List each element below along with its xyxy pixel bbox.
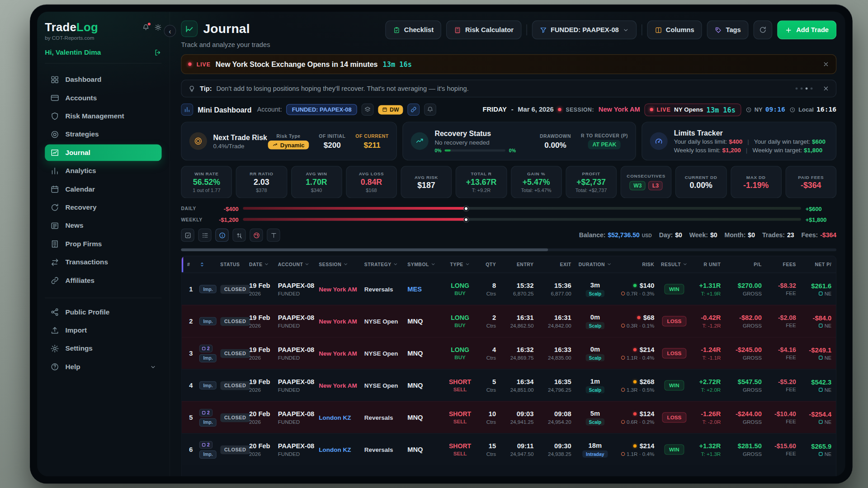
daily-limits-line: Your daily loss limit: $400 | Your daily…	[674, 138, 826, 145]
table-row[interactable]: 4 Imp. CLOSED 19 Feb2026 PAAPEX-08FUNDED…	[182, 369, 836, 401]
risk-dot	[633, 284, 637, 287]
sidebar-collapse-button[interactable]: ‹	[164, 25, 176, 37]
sidebar-item[interactable]: Strategies	[45, 126, 161, 143]
column-header-r-unit[interactable]: R UNIT	[690, 262, 725, 267]
list-view-icon[interactable]	[198, 229, 211, 242]
desktop-background: TradeLog by COT-Reports.com Hi, Valentin…	[0, 0, 868, 488]
table-row[interactable]: 6 2 Imp. CLOSED 20 Feb2026 PAAPEX-08FUND…	[182, 433, 836, 465]
sidebar-item[interactable]: Prop Firms	[45, 236, 161, 253]
table-horizontal-scrollbar[interactable]	[181, 249, 836, 251]
sidebar-item[interactable]: Import	[45, 322, 161, 339]
column-header-account[interactable]: ACCOUNT	[276, 262, 317, 267]
net-icon	[819, 388, 823, 392]
column-header-net-pl[interactable]: NET P/	[801, 262, 836, 267]
risk-type-badge[interactable]: Dynamic	[268, 140, 309, 149]
import-count-badge: 2	[199, 408, 212, 416]
table-row[interactable]: 2 Imp. CLOSED 19 Feb2026 PAAPEX-08FUNDED…	[182, 305, 836, 337]
close-icon[interactable]	[823, 61, 830, 68]
checklist-button[interactable]: Checklist	[385, 20, 441, 39]
column-header-session[interactable]: SESSION	[316, 262, 362, 267]
column-header-pl[interactable]: P/L	[725, 262, 766, 267]
sidebar-item[interactable]: Affiliates	[45, 272, 161, 289]
table-row[interactable]: 1 Imp. CLOSED 19 Feb2026 PAAPEX-08FUNDED…	[182, 273, 836, 305]
risk-clock-icon	[621, 324, 625, 328]
stat-card: WIN RATE 56.52% 1 out of 1.77	[181, 166, 232, 198]
notifications-bell-icon[interactable]	[142, 23, 150, 31]
summary-item: Fees: -$364	[801, 232, 836, 239]
tip-pagination-dots[interactable]	[796, 87, 813, 89]
sidebar-item-icon	[50, 185, 59, 194]
session-name: New York AM	[599, 106, 640, 113]
mini-dashboard-title: Mini Dashboard	[198, 105, 251, 113]
table-row[interactable]: 3 2 Imp. CLOSED 19 Feb2026 PAAPEX-08FUND…	[182, 337, 836, 369]
info-icon[interactable]	[215, 229, 228, 242]
duration-badge: Scalp	[585, 290, 604, 297]
risk-dot	[633, 444, 637, 447]
alerts-bell-icon[interactable]	[424, 103, 436, 116]
sidebar-item[interactable]: Transactions	[45, 254, 161, 271]
column-header-sort-all[interactable]	[197, 262, 218, 267]
integrations-icon[interactable]	[407, 103, 420, 116]
column-header-number[interactable]: #	[182, 262, 197, 267]
column-header-risk[interactable]: RISK	[614, 262, 659, 267]
imported-badge: Imp.	[199, 285, 217, 293]
columns-button[interactable]: Columns	[647, 20, 702, 39]
column-header-date[interactable]: DATE	[247, 262, 276, 267]
layers-icon[interactable]	[362, 103, 374, 116]
sort-icon[interactable]	[232, 229, 245, 242]
sidebar-item[interactable]: Risk Management	[45, 108, 161, 125]
trending-up-icon	[411, 132, 429, 150]
column-header-duration[interactable]: DURATION	[576, 262, 614, 267]
column-header-symbol[interactable]: SYMBOL	[405, 262, 444, 267]
live-countdown: 13m 16s	[382, 60, 412, 68]
add-trade-button[interactable]: Add Trade	[778, 20, 837, 39]
column-header-qty[interactable]: QTY	[476, 262, 500, 267]
palette-icon[interactable]	[250, 229, 263, 242]
account-badge[interactable]: FUNDED: PAAPEX-08	[286, 104, 357, 115]
sidebar-item[interactable]: Journal	[45, 145, 161, 161]
column-header-entry[interactable]: ENTRY	[500, 262, 538, 267]
consecutive-losses-badge: L3	[648, 181, 662, 190]
recovery-progress: 0% 0%	[434, 147, 516, 153]
tags-button[interactable]: Tags	[707, 20, 749, 39]
column-header-status[interactable]: STATUS	[218, 262, 247, 267]
column-header-type[interactable]: TYPE	[444, 262, 476, 267]
sidebar-item[interactable]: Dashboard	[45, 71, 161, 88]
sidebar-item-label: Help	[65, 363, 80, 371]
scrollbar-thumb[interactable]	[181, 249, 548, 251]
sidebar-item[interactable]: Recovery	[45, 199, 161, 216]
sidebar-item[interactable]: Accounts	[45, 89, 161, 106]
sidebar-nav: Dashboard Accounts Risk Management Strat…	[45, 71, 161, 289]
table-row[interactable]: 5 2 Imp. CLOSED 20 Feb2026 PAAPEX-08FUND…	[182, 401, 836, 433]
ny-clock: NY 09:16	[745, 106, 785, 113]
sidebar-item-icon	[50, 258, 59, 267]
column-header-exit[interactable]: EXIT	[538, 262, 576, 267]
dw-calendar-badge[interactable]: DW	[378, 105, 403, 114]
logout-icon[interactable]	[154, 49, 161, 56]
table-body: 1 Imp. CLOSED 19 Feb2026 PAAPEX-08FUNDED…	[182, 273, 836, 465]
column-header-fees[interactable]: FEES	[766, 262, 801, 267]
close-icon[interactable]	[823, 85, 830, 92]
net-icon	[819, 356, 823, 360]
sidebar-item[interactable]: Help	[45, 358, 161, 375]
risk-calculator-button[interactable]: Risk Calculator	[446, 20, 521, 39]
app-window: TradeLog by COT-Reports.com Hi, Valentin…	[37, 12, 845, 477]
sidebar-item-icon	[50, 75, 59, 84]
sidebar-item-label: Recovery	[65, 204, 96, 211]
sidebar-item[interactable]: Analytics	[45, 163, 161, 179]
select-checkbox-icon[interactable]	[181, 229, 194, 242]
sidebar-item[interactable]: Settings	[45, 340, 161, 357]
theme-sun-icon[interactable]	[155, 23, 162, 31]
duration-badge: Scalp	[585, 386, 604, 394]
mini-dashboard-icon	[181, 103, 193, 116]
sidebar-item[interactable]: Public Profile	[45, 304, 161, 320]
column-header-strategy[interactable]: STRATEGY	[362, 262, 406, 267]
text-size-icon[interactable]	[267, 229, 280, 242]
live-dot	[188, 62, 191, 66]
summary-item: Month: $0	[724, 232, 755, 239]
column-header-result[interactable]: RESULT	[659, 262, 690, 267]
account-filter-dropdown[interactable]: FUNDED: PAAPEX-08	[532, 20, 637, 39]
sidebar-item[interactable]: Calendar	[45, 181, 161, 197]
refresh-button[interactable]	[754, 20, 773, 39]
sidebar-item[interactable]: News	[45, 217, 161, 234]
